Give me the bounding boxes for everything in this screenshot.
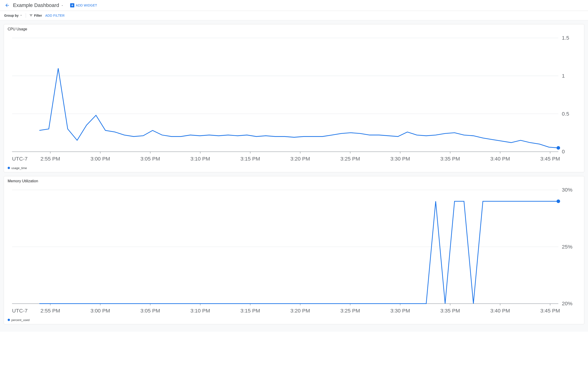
svg-text:UTC-7: UTC-7 [12, 156, 28, 162]
svg-text:2:55 PM: 2:55 PM [41, 308, 60, 314]
svg-text:30%: 30% [562, 187, 572, 193]
svg-text:3:10 PM: 3:10 PM [190, 308, 210, 314]
svg-text:1.5: 1.5 [562, 35, 569, 41]
add-widget-label: ADD WIDGET [76, 3, 97, 7]
group-by-label: Group by [4, 14, 19, 17]
svg-text:3:30 PM: 3:30 PM [390, 156, 410, 162]
svg-text:3:35 PM: 3:35 PM [440, 308, 460, 314]
svg-text:3:00 PM: 3:00 PM [91, 156, 110, 162]
caret-down-icon [61, 2, 64, 8]
legend-dot-icon [8, 167, 10, 169]
mem-chart-svg: 20%25%30%2:55 PM3:00 PM3:05 PM3:10 PM3:1… [8, 185, 580, 317]
cpu-chart-svg: 00.511.52:55 PM3:00 PM3:05 PM3:10 PM3:15… [8, 33, 580, 165]
svg-text:3:05 PM: 3:05 PM [140, 308, 160, 314]
page-title-text: Example Dashboard [13, 2, 59, 8]
svg-text:25%: 25% [562, 244, 572, 250]
group-by-button[interactable]: Group by [4, 14, 22, 17]
mem-legend: percent_used [8, 318, 580, 322]
svg-text:3:10 PM: 3:10 PM [190, 156, 210, 162]
add-widget-button[interactable]: + ADD WIDGET [70, 3, 97, 7]
cpu-chart[interactable]: 00.511.52:55 PM3:00 PM3:05 PM3:10 PM3:15… [8, 33, 580, 165]
svg-text:3:30 PM: 3:30 PM [390, 308, 410, 314]
svg-text:3:05 PM: 3:05 PM [140, 156, 160, 162]
svg-text:3:40 PM: 3:40 PM [490, 308, 510, 314]
topbar: Example Dashboard + ADD WIDGET [0, 0, 588, 11]
content-area: CPU Usage 00.511.52:55 PM3:00 PM3:05 PM3… [0, 20, 588, 332]
cpu-usage-card: CPU Usage 00.511.52:55 PM3:00 PM3:05 PM3… [4, 24, 584, 172]
svg-text:1: 1 [562, 73, 565, 79]
svg-text:2:55 PM: 2:55 PM [41, 156, 60, 162]
svg-text:3:20 PM: 3:20 PM [290, 156, 310, 162]
svg-text:3:15 PM: 3:15 PM [240, 156, 260, 162]
filter-button[interactable]: Filter [29, 13, 42, 18]
memory-utilization-card: Memory Utilization 20%25%30%2:55 PM3:00 … [4, 176, 584, 324]
svg-text:0: 0 [562, 149, 565, 155]
plus-icon: + [70, 3, 74, 7]
filter-icon [29, 13, 33, 18]
toolbar: Group by Filter ADD FILTER [0, 11, 588, 20]
svg-text:3:00 PM: 3:00 PM [91, 308, 110, 314]
mem-chart[interactable]: 20%25%30%2:55 PM3:00 PM3:05 PM3:10 PM3:1… [8, 185, 580, 317]
svg-text:0.5: 0.5 [562, 111, 569, 117]
svg-text:20%: 20% [562, 300, 572, 307]
svg-point-61 [556, 200, 560, 203]
svg-text:3:15 PM: 3:15 PM [240, 308, 260, 314]
add-filter-label: ADD FILTER [45, 14, 65, 17]
caret-down-icon [20, 14, 22, 17]
mem-card-title: Memory Utilization [8, 179, 580, 183]
page-title[interactable]: Example Dashboard [13, 2, 64, 8]
legend-dot-icon [8, 319, 10, 321]
back-arrow-icon[interactable] [5, 3, 10, 8]
svg-text:3:25 PM: 3:25 PM [340, 156, 360, 162]
svg-text:3:40 PM: 3:40 PM [490, 156, 510, 162]
svg-text:3:35 PM: 3:35 PM [440, 156, 460, 162]
mem-legend-label: percent_used [11, 318, 30, 322]
svg-text:3:45 PM: 3:45 PM [540, 156, 560, 162]
svg-text:3:25 PM: 3:25 PM [340, 308, 360, 314]
svg-text:3:45 PM: 3:45 PM [540, 308, 560, 314]
svg-text:UTC-7: UTC-7 [12, 308, 28, 314]
filter-label: Filter [34, 14, 42, 17]
add-filter-button[interactable]: ADD FILTER [45, 14, 65, 17]
cpu-legend-label: usage_time [11, 166, 27, 170]
cpu-legend: usage_time [8, 166, 580, 170]
cpu-card-title: CPU Usage [8, 27, 580, 31]
svg-point-31 [556, 146, 560, 150]
svg-text:3:20 PM: 3:20 PM [290, 308, 310, 314]
separator [26, 13, 26, 18]
